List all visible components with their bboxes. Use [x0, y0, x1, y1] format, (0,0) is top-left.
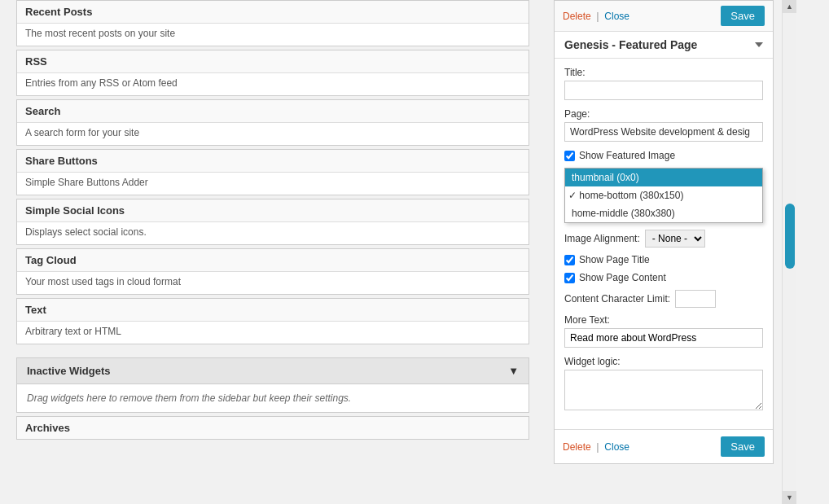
widget-desc-tag-cloud: Your most used tags in cloud format — [17, 272, 529, 294]
show-page-content-checkbox[interactable] — [564, 273, 575, 283]
widget-item-search: Search A search form for your site — [16, 99, 529, 146]
widget-logic-textarea[interactable] — [564, 370, 763, 410]
char-limit-input[interactable]: 320 — [675, 290, 716, 308]
footer-actions: Delete | Close — [563, 440, 629, 453]
show-page-title-label: Show Page Title — [579, 254, 650, 265]
inactive-widgets-section: Inactive Widgets ▼ Drag widgets here to … — [16, 357, 529, 440]
scroll-up-arrow[interactable]: ▲ — [783, 0, 796, 13]
widget-desc-search: A search form for your site — [17, 123, 529, 145]
widget-desc-share-buttons: Simple Share Buttons Adder — [17, 173, 529, 195]
widget-logic-label: Widget logic: — [564, 356, 763, 367]
more-text-group: More Text: — [564, 314, 763, 348]
widget-item-simple-social-icons: Simple Social Icons Displays select soci… — [16, 199, 529, 245]
dropdown-option-home-bottom[interactable]: home-bottom (380x150) — [565, 186, 762, 204]
image-alignment-row: Image Alignment: - None - Left Right Cen… — [564, 230, 763, 248]
config-collapse-arrow[interactable] — [755, 42, 763, 47]
widget-item-share-buttons: Share Buttons Simple Share Buttons Adder — [16, 149, 529, 195]
inactive-widgets-header[interactable]: Inactive Widgets ▼ — [16, 357, 529, 384]
image-alignment-select[interactable]: - None - Left Right Center — [645, 230, 705, 248]
delete-link-top[interactable]: Delete — [563, 11, 591, 22]
home-middle-option-label: home-middle (380x380) — [572, 208, 675, 219]
char-limit-label: Content Character Limit: — [564, 293, 670, 305]
title-input[interactable] — [564, 81, 763, 100]
scrollbar-thumb[interactable] — [785, 204, 795, 269]
title-label: Title: — [564, 67, 763, 78]
scroll-down-arrow[interactable]: ▼ — [783, 491, 796, 504]
left-panel: Recent Posts The most recent posts on yo… — [0, 0, 546, 504]
delete-link-bottom[interactable]: Delete — [563, 441, 591, 453]
archives-widget[interactable]: Archives — [16, 416, 529, 440]
inactive-drop-text: Drag widgets here to remove them from th… — [27, 392, 351, 404]
dropdown-list: thumbnail (0x0) home-bottom (380x150) ho… — [564, 168, 763, 223]
show-page-content-group: Show Page Content — [564, 272, 763, 283]
inactive-widgets-arrow: ▼ — [508, 365, 519, 377]
show-featured-image-label: Show Featured Image — [579, 150, 675, 161]
widget-title-share-buttons[interactable]: Share Buttons — [17, 150, 529, 173]
more-text-label: More Text: — [564, 314, 763, 326]
widget-logic-group: Widget logic: — [564, 356, 763, 413]
inactive-drop-area: Drag widgets here to remove them from th… — [16, 384, 529, 413]
save-button-bottom[interactable]: Save — [721, 436, 765, 457]
widget-item-rss: RSS Entries from any RSS or Atom feed — [16, 50, 529, 96]
char-limit-row: Content Character Limit: 320 — [564, 290, 763, 308]
widget-list: Recent Posts The most recent posts on yo… — [16, 0, 529, 344]
scrollbar[interactable]: ▲ ▼ — [782, 0, 796, 504]
page-select[interactable]: WordPress Website development & desig — [564, 122, 763, 142]
dropdown-option-thumbnail[interactable]: thumbnail (0x0) — [565, 169, 762, 186]
more-text-input[interactable] — [564, 328, 763, 348]
save-button-top[interactable]: Save — [721, 6, 765, 26]
config-footer: Delete | Close Save — [555, 429, 773, 463]
show-featured-image-checkbox[interactable] — [564, 151, 575, 161]
title-group: Title: — [564, 67, 763, 100]
top-actions: Delete | Close — [563, 10, 629, 22]
widget-desc-text: Arbitrary text or HTML — [17, 322, 529, 344]
page-group: Page: WordPress Website development & de… — [564, 108, 763, 142]
widget-item-recent-posts: Recent Posts The most recent posts on yo… — [16, 0, 529, 46]
widget-desc-recent-posts: The most recent posts on your site — [17, 24, 529, 46]
dropdown-option-home-middle[interactable]: home-middle (380x380) — [565, 204, 762, 222]
widget-title-text[interactable]: Text — [17, 299, 529, 322]
config-top-bar: Delete | Close Save — [555, 1, 773, 32]
config-body: Title: Page: WordPress Website developme… — [555, 59, 773, 429]
widget-title-recent-posts[interactable]: Recent Posts — [17, 1, 529, 24]
widget-title-tag-cloud[interactable]: Tag Cloud — [17, 249, 529, 272]
top-separator: | — [596, 10, 599, 22]
home-bottom-option-label: home-bottom (380x150) — [579, 190, 683, 201]
show-page-title-checkbox[interactable] — [564, 255, 575, 265]
widget-title-rss[interactable]: RSS — [17, 50, 529, 73]
right-panel: Delete | Close Save Genesis - Featured P… — [546, 0, 782, 504]
config-title: Genesis - Featured Page — [564, 38, 697, 51]
config-header: Genesis - Featured Page — [555, 32, 773, 59]
footer-separator: | — [596, 440, 599, 453]
widget-title-search[interactable]: Search — [17, 100, 529, 123]
archives-label: Archives — [25, 422, 70, 434]
page-label: Page: — [564, 108, 763, 120]
widget-item-text: Text Arbitrary text or HTML — [16, 298, 529, 344]
show-page-content-label: Show Page Content — [579, 272, 666, 283]
close-link-top[interactable]: Close — [604, 11, 629, 22]
thumbnail-option-label: thumbnail (0x0) — [572, 172, 639, 183]
widget-desc-simple-social-icons: Displays select social icons. — [17, 222, 529, 244]
close-link-bottom[interactable]: Close — [604, 441, 629, 453]
image-size-dropdown: thumbnail (0x0) home-bottom (380x150) ho… — [564, 168, 763, 223]
show-page-title-group: Show Page Title — [564, 254, 763, 265]
image-alignment-label: Image Alignment: — [564, 233, 640, 244]
widget-item-tag-cloud: Tag Cloud Your most used tags in cloud f… — [16, 248, 529, 295]
widget-title-simple-social-icons[interactable]: Simple Social Icons — [17, 199, 529, 222]
widget-config-box: Delete | Close Save Genesis - Featured P… — [554, 0, 774, 464]
show-featured-image-group: Show Featured Image — [564, 150, 763, 161]
inactive-widgets-title: Inactive Widgets — [27, 365, 110, 377]
widget-desc-rss: Entries from any RSS or Atom feed — [17, 73, 529, 95]
